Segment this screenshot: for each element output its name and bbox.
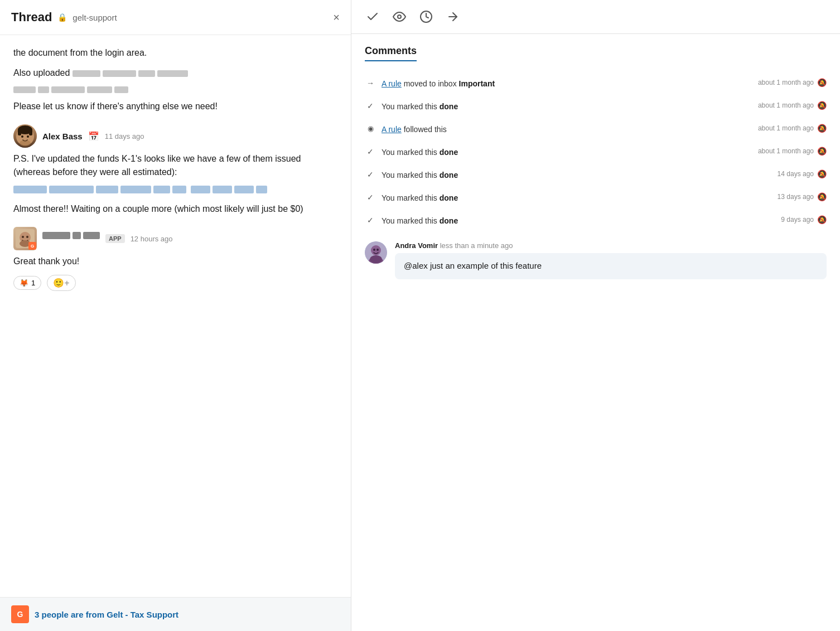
gelt-icon: G [11, 605, 29, 623]
svg-point-10 [26, 236, 28, 238]
footer-suffix: are from Gelt - Tax Support [71, 610, 178, 619]
comment-item-5: ✓ You marked this done 14 days ago 🔕 [365, 164, 827, 187]
comment-timestamp-7: 9 days ago [781, 216, 814, 224]
svg-point-5 [27, 135, 29, 138]
svg-point-19 [376, 249, 379, 251]
comment-meta-2: about 1 month ago 🔕 [758, 101, 827, 110]
thread-header: Thread 🔒 gelt-support × [0, 0, 351, 35]
comment-timestamp-1: about 1 month ago [758, 79, 814, 86]
app-timestamp: 12 hours ago [131, 235, 173, 243]
author-line: Alex Bass 📅 11 days ago [13, 124, 337, 148]
arrow-icon-1: → [365, 79, 376, 88]
app-badge: APP [105, 234, 125, 243]
thread-body: the document from the login area. Also u… [0, 35, 351, 597]
comment-timestamp-2: about 1 month ago [758, 101, 814, 109]
alex-avatar [13, 124, 37, 148]
check-icon-2: ✓ [365, 101, 376, 110]
check-icon[interactable] [365, 9, 380, 25]
app-author-line: G APP 12 hours ago [13, 227, 337, 250]
svg-rect-3 [29, 130, 32, 135]
comment-timestamp-5: 14 days ago [778, 170, 814, 178]
people-count: 3 people [35, 610, 69, 619]
close-button[interactable]: × [333, 12, 340, 23]
intro-text: the document from the login area. [13, 46, 337, 60]
comment-item-2: ✓ You marked this done about 1 month ago… [365, 95, 827, 118]
user-comment-section: Andra Vomir less than a minute ago @alex… [365, 241, 827, 279]
svg-point-20 [370, 255, 382, 263]
reaction-area: 🦊 1 🙂+ [13, 275, 337, 291]
mute-icon-7[interactable]: 🔕 [817, 215, 827, 224]
svg-point-12 [398, 15, 401, 18]
user-comment-body: Andra Vomir less than a minute ago @alex… [395, 241, 827, 279]
app-user-message: G APP 12 hours ago Great thank you! 🦊 1 [13, 227, 337, 291]
forward-icon[interactable] [445, 9, 461, 25]
comment-timestamp-3: about 1 month ago [758, 124, 814, 132]
rule-link-3[interactable]: A rule [382, 125, 402, 134]
redacted-line-2 [13, 86, 337, 93]
comment-text-7: You marked this done [382, 215, 770, 227]
add-reaction-button[interactable]: 🙂+ [47, 275, 75, 291]
alex-message-body: P.S. I've updated the funds K-1's looks … [13, 152, 337, 179]
mute-icon-6[interactable]: 🔕 [817, 192, 827, 201]
alex-bass-message: Alex Bass 📅 11 days ago P.S. I've update… [13, 124, 337, 216]
app-message-text: Great thank you! [13, 255, 337, 268]
mute-icon-2[interactable]: 🔕 [817, 101, 827, 110]
user-comment-bubble: @alex just an example of this feature [395, 253, 827, 279]
reaction-count: 1 [31, 279, 35, 287]
comment-text-5: You marked this done [382, 169, 766, 181]
comment-text-4: You marked this done [382, 147, 747, 158]
comment-item-1: → A rule moved to inbox Important about … [365, 72, 827, 95]
mute-icon-1[interactable]: 🔕 [817, 78, 827, 87]
comment-meta-4: about 1 month ago 🔕 [758, 147, 827, 156]
comment-item-7: ✓ You marked this done 9 days ago 🔕 [365, 210, 827, 232]
andra-avatar [365, 241, 387, 264]
comment-text-6: You marked this done [382, 192, 766, 204]
message-timestamp: 11 days ago [105, 132, 144, 140]
comment-meta-3: about 1 month ago 🔕 [758, 124, 827, 133]
comment-item-6: ✓ You marked this done 13 days ago 🔕 [365, 187, 827, 210]
comment-timestamp-4: about 1 month ago [758, 147, 814, 155]
calendar-icon: 📅 [88, 131, 99, 142]
svg-point-18 [373, 249, 375, 251]
svg-point-9 [22, 236, 24, 238]
comment-item-4: ✓ You marked this done about 1 month ago… [365, 141, 827, 164]
lock-icon: 🔒 [57, 13, 67, 22]
reaction-emoji: 🦊 [20, 279, 28, 287]
comment-text-2: You marked this done [382, 101, 747, 113]
svg-point-6 [20, 140, 31, 147]
thread-panel: Thread 🔒 gelt-support × the document fro… [0, 0, 351, 631]
eye-icon-3: ◉ [365, 124, 376, 133]
svg-point-4 [21, 135, 23, 138]
clock-icon[interactable] [418, 9, 434, 25]
footer-text: 3 people are from Gelt - Tax Support [35, 610, 178, 619]
mute-icon-4[interactable]: 🔕 [817, 147, 827, 156]
bot-avatar: G [13, 227, 37, 250]
commenter-name: Andra Vomir [395, 241, 438, 250]
rule-link-1[interactable]: A rule [382, 79, 402, 88]
comment-timestamp-6: 13 days ago [778, 193, 814, 201]
check-icon-6: ✓ [365, 193, 376, 202]
mute-icon-3[interactable]: 🔕 [817, 124, 827, 133]
right-toolbar [351, 0, 840, 34]
comments-panel: Comments → A rule moved to inbox Importa… [351, 0, 840, 631]
author-name: Alex Bass [42, 132, 83, 141]
comment-relative-time: less than a minute ago [440, 241, 513, 250]
svg-rect-2 [18, 130, 21, 135]
redacted-links [13, 186, 337, 196]
eye-icon[interactable] [392, 9, 407, 25]
comments-title: Comments [365, 45, 417, 61]
thread-footer: G 3 people are from Gelt - Tax Support [0, 597, 351, 631]
check-icon-5: ✓ [365, 170, 376, 179]
alex-footer-text: Almost there!! Waiting on a couple more … [13, 202, 337, 216]
please-text: Please let us know if there's anything e… [13, 100, 337, 113]
reaction-button[interactable]: 🦊 1 [13, 276, 41, 290]
comment-text-1: A rule moved to inbox Important [382, 78, 747, 90]
mute-icon-5[interactable]: 🔕 [817, 169, 827, 178]
comment-item-3: ◉ A rule followed this about 1 month ago… [365, 118, 827, 141]
comments-content: Comments → A rule moved to inbox Importa… [351, 34, 840, 631]
comment-text-3: A rule followed this [382, 124, 747, 135]
channel-name: gelt-support [73, 13, 117, 22]
user-comment-header: Andra Vomir less than a minute ago [395, 241, 827, 250]
also-uploaded-text: Also uploaded [13, 66, 337, 80]
comment-meta-5: 14 days ago 🔕 [778, 169, 827, 178]
